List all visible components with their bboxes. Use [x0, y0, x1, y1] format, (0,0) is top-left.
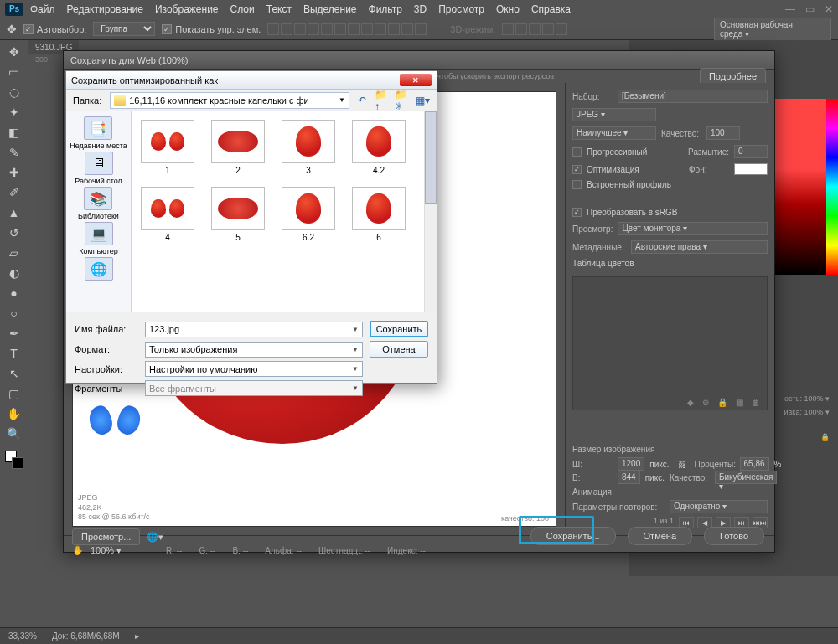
type-tool-icon[interactable]: T [4, 345, 24, 362]
ct-icon[interactable]: ▦ [736, 398, 743, 407]
quality-value[interactable]: 100 [706, 126, 740, 140]
wand-tool-icon[interactable]: ✦ [4, 104, 24, 121]
fragments-field[interactable]: Все фрагменты▼ [145, 380, 363, 396]
doc-size[interactable]: Док: 6,68M/6,68M [52, 631, 120, 641]
place-recent[interactable]: 📑Недавние места [70, 116, 127, 150]
file-thumb[interactable]: 5 [210, 187, 266, 242]
place-desktop[interactable]: 🖥Рабочий стол [75, 152, 122, 185]
link-icon[interactable]: ⛓ [678, 460, 686, 469]
newfolder-icon[interactable]: 📁✳ [395, 93, 410, 108]
pen-tool-icon[interactable]: ✒ [4, 325, 24, 342]
blur-tool-icon[interactable]: ● [4, 285, 24, 301]
cancel-button[interactable]: Отмена [628, 527, 692, 545]
loop-select[interactable]: Однократно ▾ [670, 500, 768, 513]
menu-select[interactable]: Выделение [303, 3, 357, 15]
preview-select[interactable]: Цвет монитора ▾ [618, 222, 768, 235]
zoom-select[interactable]: 100% ▾ [87, 544, 134, 557]
ct-icon[interactable]: ⊕ [702, 398, 709, 407]
preview-browser-button[interactable]: Просмотр... [72, 528, 140, 545]
menu-edit[interactable]: Редактирование [67, 3, 143, 15]
file-thumb[interactable]: 1 [140, 120, 195, 175]
close-icon[interactable]: ✕ [825, 3, 833, 15]
file-list[interactable]: 1 2 3 4.2 4 5 6.2 6 [132, 111, 437, 312]
color-table[interactable]: ◆⊕🔒▦🗑 [572, 276, 768, 410]
resample-select[interactable]: Бикубическая ▾ [715, 471, 777, 484]
up-icon[interactable]: 📁↑ [375, 93, 390, 108]
marquee-tool-icon[interactable]: ▭ [4, 64, 24, 80]
file-thumb[interactable]: 4 [140, 187, 195, 242]
browser-icon[interactable]: 🌐▾ [147, 532, 163, 543]
menu-3d[interactable]: 3D [414, 3, 427, 15]
cancel-button[interactable]: Отмена [370, 341, 428, 358]
menu-view[interactable]: Просмотр [438, 3, 484, 15]
gradient-tool-icon[interactable]: ◐ [4, 265, 24, 281]
file-thumb[interactable]: 6.2 [281, 187, 336, 242]
place-libraries[interactable]: 📚Библиотеки [78, 187, 119, 220]
autoselect-check[interactable]: ✓Автовыбор: [23, 24, 86, 34]
showcontrols-check[interactable]: ✓Показать упр. элем. [162, 24, 261, 34]
fill-value[interactable]: 100% [804, 408, 823, 416]
color-swatch[interactable] [5, 451, 23, 469]
stamp-tool-icon[interactable]: ▲ [4, 204, 24, 221]
autoselect-mode[interactable]: Группа [93, 22, 155, 36]
optimized-check[interactable]: ✓Оптимизация [572, 165, 639, 174]
path-tool-icon[interactable]: ↖ [4, 365, 24, 382]
format-field[interactable]: Только изображения▼ [145, 342, 363, 358]
progressive-check[interactable]: Прогрессивный [572, 147, 647, 157]
move-tool-icon[interactable]: ✥ [7, 23, 17, 36]
settings-field[interactable]: Настройки по умолчанию▼ [145, 361, 363, 377]
menu-image[interactable]: Изображение [155, 3, 219, 15]
mode3d-icons[interactable] [502, 23, 567, 35]
filename-field[interactable]: 123.jpg▼ [145, 322, 363, 337]
file-thumb[interactable]: 3 [281, 120, 336, 175]
maximize-icon[interactable]: ▭ [805, 3, 815, 15]
folder-path[interactable]: 16,11,16 комплект красные капельки с фи▼ [110, 92, 349, 109]
save-button[interactable]: Сохранить... [530, 527, 616, 545]
eraser-tool-icon[interactable]: ▱ [4, 245, 24, 261]
pct-input[interactable]: 65,86 [740, 457, 769, 471]
file-thumb[interactable]: 2 [210, 120, 266, 175]
metadata-select[interactable]: Авторские права ▾ [631, 240, 768, 254]
file-thumb[interactable]: 4.2 [351, 120, 406, 175]
menu-help[interactable]: Справка [531, 3, 571, 15]
menu-filter[interactable]: Фильтр [369, 3, 402, 15]
shape-tool-icon[interactable]: ▢ [4, 385, 24, 402]
viewmode-icon[interactable]: ▦▾ [415, 93, 430, 108]
menu-text[interactable]: Текст [266, 3, 292, 15]
embed-profile-check[interactable]: Встроенный профиль [572, 180, 768, 189]
zoom-level[interactable]: 33,33% [8, 631, 37, 641]
save-button[interactable]: Сохранить [370, 321, 428, 337]
lock-icon[interactable]: 🔒 [820, 433, 830, 441]
opacity-value[interactable]: 100% [804, 394, 823, 403]
done-button[interactable]: Готово [704, 527, 764, 545]
ct-icon[interactable]: 🔒 [717, 398, 727, 407]
hue-strip[interactable] [826, 99, 838, 275]
minimize-icon[interactable]: — [785, 3, 795, 15]
close-icon[interactable]: ✕ [400, 74, 432, 86]
more-button[interactable]: Подробнее [700, 68, 766, 85]
scrollbar[interactable] [424, 111, 437, 312]
menu-file[interactable]: Файл [30, 3, 55, 15]
align-buttons[interactable] [267, 23, 427, 35]
sfw-titlebar[interactable]: Сохранить для Web (100%) [64, 51, 774, 70]
heal-tool-icon[interactable]: ✚ [4, 164, 24, 181]
blur-value[interactable]: 0 [734, 145, 768, 158]
quality-mode-select[interactable]: Наилучшее ▾ [572, 126, 656, 140]
ct-icon[interactable]: ◆ [687, 398, 694, 407]
workspace-selector[interactable]: Основная рабочая среда ▾ [714, 18, 831, 41]
crop-tool-icon[interactable]: ◧ [4, 124, 24, 141]
height-input[interactable]: 844 [618, 471, 640, 484]
srgb-check[interactable]: ✓Преобразовать в sRGB [572, 208, 768, 217]
file-thumb[interactable]: 6 [351, 187, 406, 242]
main-menu[interactable]: Файл Редактирование Изображение Слои Тек… [30, 3, 571, 15]
file-dialog-titlebar[interactable]: Сохранить оптимизированный как ✕ [66, 71, 437, 90]
menu-layers[interactable]: Слои [230, 3, 255, 15]
eyedropper-tool-icon[interactable]: ✎ [4, 144, 24, 161]
width-input[interactable]: 1200 [618, 457, 644, 471]
hand-icon[interactable]: ✋ [72, 545, 84, 556]
place-computer[interactable]: 💻Компьютер [79, 222, 118, 255]
lasso-tool-icon[interactable]: ◌ [4, 84, 24, 100]
hand-tool-icon[interactable]: ✋ [4, 405, 24, 422]
dodge-tool-icon[interactable]: ○ [4, 305, 24, 322]
zoom-tool-icon[interactable]: 🔍 [4, 425, 24, 442]
